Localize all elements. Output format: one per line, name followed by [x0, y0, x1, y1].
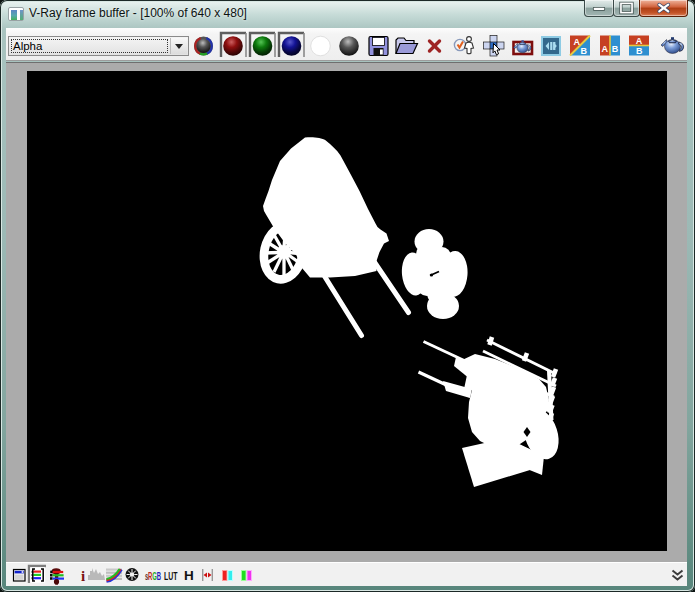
svg-text:A: A	[636, 36, 643, 46]
svg-text:i: i	[81, 568, 85, 584]
svg-text:A: A	[602, 44, 609, 54]
svg-text:B: B	[612, 44, 619, 54]
svg-text:LUT: LUT	[164, 570, 178, 582]
svg-text:A: A	[573, 37, 580, 47]
svg-text:B: B	[636, 46, 643, 56]
svg-text:B: B	[581, 46, 588, 56]
svg-text:G: G	[152, 570, 157, 582]
svg-text:H: H	[184, 568, 194, 583]
svg-text:B: B	[157, 570, 161, 582]
